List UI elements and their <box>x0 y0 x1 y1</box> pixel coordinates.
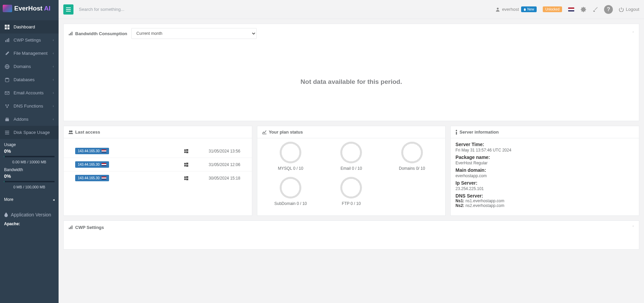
svg-rect-43 <box>456 132 457 135</box>
flag-icon <box>102 149 106 153</box>
domain-value: everhostapp.com <box>455 173 634 178</box>
svg-point-24 <box>497 7 498 9</box>
svg-rect-4 <box>5 40 6 42</box>
svg-point-14 <box>6 107 8 108</box>
svg-rect-31 <box>186 149 188 151</box>
plan-item-domains: Domains 0/ 10 <box>383 142 441 171</box>
usage-progress-bar <box>4 156 55 157</box>
usage-widget: Usage 0% 0.00 MB / 10000 MB Bandwidth 0%… <box>0 139 59 194</box>
svg-rect-35 <box>186 163 188 164</box>
ip-value: 143.44.165.30 <box>78 176 100 180</box>
topbar-right: everhost New Unlocked ? Logout <box>495 5 639 14</box>
svg-rect-44 <box>69 228 69 229</box>
dns-label: DNS Server: <box>455 193 634 199</box>
bandwidth-panel: Bandwidth Consumption Current month ˄ No… <box>63 24 639 121</box>
table-row: 143.44.165.30 31/05/2024 13:56 <box>64 144 252 158</box>
database-icon <box>5 77 10 82</box>
drop-icon <box>4 212 8 217</box>
bandwidth-progress-bar <box>4 181 55 182</box>
nav-databases[interactable]: Databases ‹ <box>0 73 59 86</box>
nav-addons[interactable]: Addons ‹ <box>0 113 59 126</box>
brand-name-b: AI <box>42 5 50 12</box>
ns1-row: Ns1: ns1.everhostapp.com <box>455 199 634 203</box>
svg-point-29 <box>71 130 72 132</box>
svg-rect-19 <box>5 132 9 133</box>
plan-item-label: Email 0 / 10 <box>323 166 380 171</box>
cwp-settings-panel: CWP Settings ˄ <box>63 220 639 250</box>
list-icon <box>5 130 10 135</box>
nav-domains[interactable]: Domains ‹ <box>0 60 59 73</box>
plan-item-label: SubDomain 0 / 10 <box>262 201 319 206</box>
svg-point-12 <box>5 104 7 106</box>
sidebar-more[interactable]: More ◂ <box>0 194 59 205</box>
nav-label: Domains <box>14 64 31 69</box>
nav-file-management[interactable]: File Management ‹ <box>0 47 59 60</box>
nav-disk-space[interactable]: Disk Space Usage <box>0 126 59 139</box>
svg-rect-37 <box>186 165 188 166</box>
flag-icon[interactable] <box>568 7 574 11</box>
unlocked-badge[interactable]: Unlocked <box>543 6 562 12</box>
bandwidth-empty-message: Not data available for this period. <box>301 78 402 86</box>
usage-percent: 0% <box>4 148 55 154</box>
app-version-title: Application Version <box>11 212 51 217</box>
svg-rect-20 <box>5 134 9 134</box>
ip-badge[interactable]: 143.44.165.30 <box>75 175 109 181</box>
svg-rect-16 <box>6 117 7 119</box>
nav-dns-functions[interactable]: DNS Functions ‹ <box>0 99 59 113</box>
cwp-settings-title: CWP Settings <box>68 225 104 230</box>
svg-rect-0 <box>5 25 7 27</box>
bandwidth-detail: 0 MB / 100,000 MB <box>4 185 55 189</box>
chevron-up-icon[interactable]: ˄ <box>632 225 634 230</box>
user-chunk[interactable]: everhost New <box>495 6 537 12</box>
brand-name-a: EverHost <box>14 5 42 12</box>
svg-rect-36 <box>184 165 186 166</box>
donut-chart <box>401 142 423 163</box>
new-badge[interactable]: New <box>521 6 537 12</box>
search-input[interactable] <box>78 4 179 15</box>
server-time-value: Fri May 31 13:57:46 UTC 2024 <box>455 148 634 153</box>
package-value: EverHost Regular <box>455 161 634 165</box>
more-label: More <box>4 197 13 202</box>
server-info-header: Server information <box>451 126 639 138</box>
chart-icon <box>68 225 73 230</box>
plan-status-header: Your plan status <box>257 126 446 138</box>
help-icon[interactable]: ? <box>604 5 613 14</box>
svg-rect-38 <box>184 176 186 178</box>
period-select[interactable]: Current month <box>131 28 257 39</box>
donut-chart <box>340 177 362 199</box>
plan-item-label: Domains 0/ 10 <box>383 166 441 171</box>
bandwidth-body: Not data available for this period. <box>64 43 639 121</box>
chart-icon <box>68 31 73 36</box>
chevron-up-icon[interactable]: ˄ <box>632 31 634 36</box>
date-value: 31/05/2024 13:56 <box>209 149 240 154</box>
brush-icon[interactable] <box>593 7 598 12</box>
logout-button[interactable]: Logout <box>619 7 639 12</box>
svg-rect-17 <box>7 117 8 119</box>
nav-cwp-settings[interactable]: CWP Settings ‹ <box>0 33 59 47</box>
gear-icon[interactable] <box>580 6 586 13</box>
info-icon <box>455 130 457 135</box>
plan-item-subdomain: SubDomain 0 / 10 <box>262 177 319 206</box>
nav-email-accounts[interactable]: Email Accounts ‹ <box>0 86 59 99</box>
apache-version-row: Apache: <box>0 221 59 232</box>
chevron-left-icon: ‹ <box>53 38 54 42</box>
donut-chart <box>280 177 301 199</box>
chevron-left-icon: ‹ <box>53 104 54 108</box>
ip-badge[interactable]: 143.44.165.30 <box>75 161 109 168</box>
svg-rect-34 <box>184 163 186 164</box>
svg-point-10 <box>5 77 9 79</box>
ip-value: 143.44.165.30 <box>78 149 100 153</box>
server-info-card: Server information Server Time: Fri May … <box>450 126 639 216</box>
usage-label: Usage <box>4 142 55 147</box>
date-value: 30/05/2024 15:18 <box>209 176 240 181</box>
nav-dashboard[interactable]: Dashboard <box>0 20 59 33</box>
svg-rect-18 <box>5 131 9 131</box>
nav-label: Addons <box>14 117 28 122</box>
menu-toggle-button[interactable] <box>63 4 73 15</box>
chart-icon <box>5 38 10 43</box>
svg-rect-40 <box>184 178 186 180</box>
ns1-label: Ns1: <box>455 199 464 203</box>
ns1-value: ns1.everhostapp.com <box>466 199 505 203</box>
username-label: everhost <box>502 7 519 12</box>
ip-badge[interactable]: 143.44.165.30 <box>75 148 109 154</box>
